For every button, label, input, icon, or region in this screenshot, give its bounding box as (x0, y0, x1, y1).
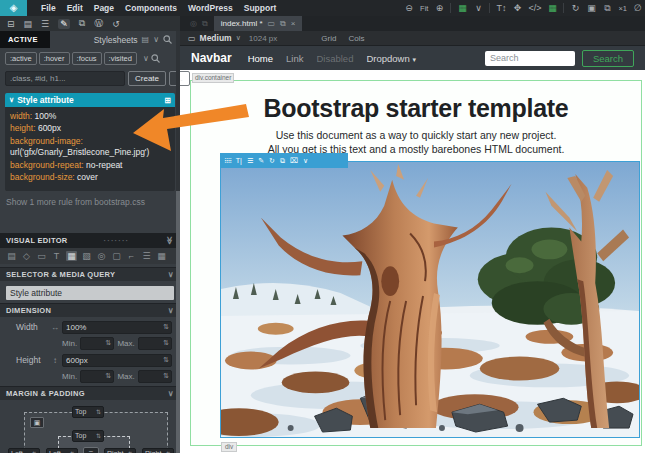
css-rule-background-image[interactable]: background-image: url('gfx/Gnarly_Bristl… (10, 136, 170, 159)
stepper-icon[interactable]: ⇅ (163, 356, 171, 364)
undo-icon[interactable]: ↺ (112, 19, 120, 29)
app-logo-icon[interactable]: ◈ (0, 0, 27, 16)
equalize-button[interactable]: ≡ (83, 447, 99, 453)
background-tool-icon[interactable]: ▤ (6, 251, 17, 261)
snapshot-icon[interactable]: ▣ (586, 3, 596, 13)
menu-components[interactable]: Components (125, 3, 177, 13)
position-tool-icon[interactable]: ◎ (96, 251, 107, 261)
link-values-button[interactable]: ▣ (30, 417, 44, 428)
breakpoint-chevron-icon[interactable]: ∨ (236, 34, 241, 42)
add-rule-icon[interactable]: ⊞ (164, 96, 171, 105)
tab-split-icon[interactable]: ⧉ (280, 19, 286, 29)
dimension-header[interactable]: DIMENSION ∨ (0, 303, 180, 317)
current-selector-field[interactable]: Style attribute (6, 286, 174, 300)
element-chevron-icon[interactable]: ∨ (303, 157, 308, 165)
section-chevron-icon[interactable]: ∨ (168, 306, 174, 315)
text-size-icon[interactable]: T↕ (496, 3, 506, 13)
style-brush-icon[interactable]: ✎ (58, 19, 70, 29)
table-tool-icon[interactable]: ▦ (156, 251, 167, 261)
css-rule-width[interactable]: width: 100% (10, 111, 170, 122)
page-title[interactable]: Bootstrap starter template (191, 94, 641, 123)
panel-scrollbar-thumb[interactable] (176, 191, 180, 453)
hide-helpers-icon[interactable]: ∅ (633, 3, 643, 13)
pseudo-active-button[interactable]: :active (5, 52, 37, 65)
breakpoint-dropdown[interactable]: Medium (200, 33, 232, 43)
pseudo-chevron-icon[interactable]: ∨ (143, 54, 149, 63)
stepper-icon[interactable]: ⇅ (163, 339, 171, 347)
element-duplicate-icon[interactable]: ⧉ (280, 157, 285, 165)
pseudo-focus-button[interactable]: :focus (72, 52, 102, 65)
element-sliders-icon[interactable]: ☰ (247, 157, 253, 165)
tab-window-icon[interactable]: ▭ (268, 19, 276, 28)
export-page-icon[interactable]: ▤ (24, 19, 33, 29)
edit-text-icon[interactable]: T| (236, 157, 242, 164)
stepper-icon[interactable]: ⇅ (163, 323, 171, 331)
selector-media-query-header[interactable]: SELECTOR & MEDIA QUERY ∨ (0, 267, 180, 281)
flex-tool-icon[interactable]: ▧ (81, 251, 92, 261)
hand-tool-icon[interactable]: ✥ (512, 3, 522, 13)
wordpress-icon[interactable]: Ⓦ (94, 17, 103, 30)
trash-icon[interactable]: ⌧ (290, 157, 298, 165)
css-rule-background-size[interactable]: background-size: cover (10, 172, 170, 183)
box-tool-icon[interactable]: ▢ (111, 251, 122, 261)
layout-tool-icon[interactable]: ▦ (66, 251, 77, 261)
height-input[interactable]: 600px ⇅ (62, 354, 172, 367)
container-tag-label[interactable]: div.container (192, 73, 234, 83)
split-view-icon[interactable]: ▦ (547, 3, 557, 13)
selected-tag-label[interactable]: div (221, 442, 237, 452)
device-icon[interactable]: ▭ (188, 34, 196, 43)
style-attribute-header[interactable]: ∨ Style attribute ⊞ (5, 93, 175, 107)
navbar-search-input[interactable] (485, 51, 575, 66)
text-tool-icon[interactable]: T (51, 251, 62, 261)
color-tool-icon[interactable]: ◇ (21, 251, 32, 261)
filter-search-icon[interactable] (151, 54, 160, 63)
padding-left-input[interactable]: Left⇅ (46, 448, 78, 453)
collapse-chevron-icon[interactable]: ∨ (9, 96, 14, 104)
padding-top-input[interactable]: Top⇅ (72, 430, 104, 442)
margin-left-input[interactable]: Left⇅ (8, 448, 40, 453)
tab-index-html[interactable]: index.html * ▭ ⧉ × (214, 16, 303, 31)
lock-icon[interactable]: ⊟ (7, 19, 15, 29)
section-chevron-icon[interactable]: ∨ (168, 270, 174, 279)
element-repeat-icon[interactable]: ↻ (269, 157, 275, 165)
settings-sliders-icon[interactable]: ☰ (41, 19, 49, 29)
stylesheets-chevron-icon[interactable]: ∨ (153, 35, 159, 44)
stylesheets-dropdown[interactable]: Stylesheets (94, 35, 138, 45)
zoom-out-icon[interactable]: ⊖ (404, 3, 414, 13)
cols-toggle[interactable]: Cols (348, 34, 364, 43)
bootstrap-container[interactable]: Bootstrap starter template Use this docu… (190, 80, 642, 446)
section-chevron-icon[interactable]: ∨ (168, 389, 174, 398)
margin-right-input[interactable]: Right⇅ (142, 448, 174, 453)
pseudo-visited-button[interactable]: :visited (104, 52, 137, 65)
menu-edit[interactable]: Edit (67, 3, 83, 13)
refresh-icon[interactable]: ↻ (570, 3, 580, 13)
stepper-icon[interactable]: ⇅ (106, 339, 114, 347)
css-rule-background-repeat[interactable]: background-repeat: no-repeat (10, 160, 170, 171)
max-width-input[interactable]: ⇅ (138, 337, 172, 350)
active-tab[interactable]: ACTIVE (0, 31, 50, 48)
layout-chevron-icon[interactable]: ∨ (473, 3, 483, 13)
stepper-icon[interactable]: ⇅ (96, 408, 101, 415)
padding-right-input[interactable]: Right⇅ (104, 448, 136, 453)
collapse-all-icon[interactable]: ≫ (165, 236, 174, 245)
zoom-factor-label[interactable]: ×1 (618, 4, 627, 13)
menu-file[interactable]: File (41, 3, 56, 13)
nav-link-link[interactable]: Link (286, 53, 303, 64)
tab-close-icon[interactable]: × (291, 19, 296, 28)
stepper-icon[interactable]: ⇅ (163, 372, 171, 380)
create-rule-button[interactable]: Create (128, 71, 166, 86)
stepper-icon[interactable]: ⇅ (106, 372, 114, 380)
stepper-icon[interactable]: ⇅ (96, 432, 101, 439)
nav-link-dropdown[interactable]: Dropdown ▾ (366, 53, 415, 64)
nav-link-home[interactable]: Home (248, 53, 273, 64)
selected-background-div[interactable]: ⠿⠿ T| ☰ ✎ ↻ ⧉ ⌧ ∨ div (220, 161, 640, 438)
stylesheet-file-icon[interactable]: ▤ (142, 35, 150, 44)
transform-tool-icon[interactable]: ⌐ (126, 251, 137, 261)
preview-eye-icon[interactable]: ◎ (190, 19, 197, 28)
code-view-icon[interactable]: </> (528, 3, 541, 13)
element-style-icon[interactable]: ✎ (258, 157, 264, 165)
show-more-rules-link[interactable]: Show 1 more rule from bootstrap.css (0, 191, 180, 207)
navbar-brand[interactable]: Navbar (191, 51, 232, 65)
visual-editor-header[interactable]: VISUAL EDITOR ······· ≫ (0, 233, 180, 248)
min-width-input[interactable]: ⇅ (80, 337, 114, 350)
